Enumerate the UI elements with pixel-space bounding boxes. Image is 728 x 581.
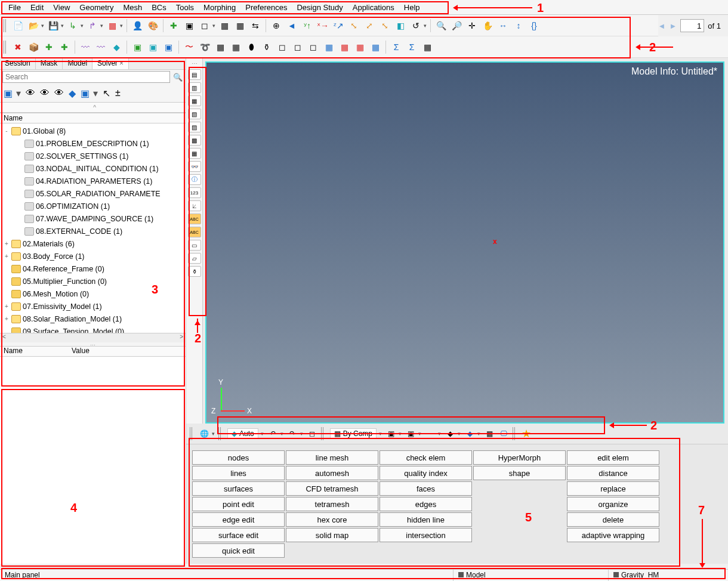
home-icon[interactable]: ⊕: [270, 19, 283, 32]
grid-a-icon[interactable]: ▦: [322, 41, 335, 54]
menu-preferences[interactable]: Preferences: [240, 1, 292, 14]
vt-sheet[interactable]: ▱: [188, 253, 201, 264]
panel-organize[interactable]: organize: [567, 497, 659, 511]
vt-4[interactable]: ▧: [188, 109, 201, 119]
vt-1[interactable]: ▤: [188, 69, 201, 80]
menu-edit[interactable]: Edit: [26, 1, 48, 14]
search-icon[interactable]: 🔍: [172, 73, 183, 82]
spiral-icon[interactable]: ➰: [198, 41, 211, 54]
status-model[interactable]: Model: [454, 570, 609, 581]
tree-node[interactable]: +02.Materials (6): [0, 237, 186, 250]
filter1-icon[interactable]: ▣: [4, 88, 13, 99]
add2-icon[interactable]: ✚: [42, 41, 55, 54]
status-right[interactable]: Gravity_HM: [609, 570, 728, 581]
panel-adaptive-wrapping[interactable]: adaptive wrapping: [567, 528, 659, 542]
panel-check-elem[interactable]: check elem: [380, 450, 472, 465]
wcube3-icon[interactable]: ◻: [307, 41, 320, 54]
panel-distance[interactable]: distance: [567, 466, 659, 480]
panel-quick-edit[interactable]: quick edit: [192, 543, 285, 558]
menu-tools[interactable]: Tools: [171, 1, 199, 14]
curve-icon[interactable]: 〰: [79, 41, 92, 54]
tree-node[interactable]: 04.Reference_Frame (0): [0, 262, 186, 275]
panel-faces[interactable]: faces: [380, 481, 472, 496]
calc-icon[interactable]: ▦: [421, 41, 434, 54]
page-input[interactable]: [680, 19, 704, 32]
cubeB-icon[interactable]: ▣: [81, 88, 90, 99]
face-icon[interactable]: ◆: [110, 41, 123, 54]
tree-node[interactable]: +07.Emissivity_Model (1): [0, 300, 186, 313]
menu-bcs[interactable]: BCs: [147, 1, 171, 14]
tab-model[interactable]: Model: [63, 58, 92, 69]
bycomp-select[interactable]: ▦By Comp: [330, 428, 377, 439]
layer-icon[interactable]: ◆: [445, 428, 455, 439]
auto-select[interactable]: ◆Auto: [227, 428, 258, 439]
vt-info[interactable]: ⓘ: [188, 174, 201, 185]
panel-automesh[interactable]: automesh: [286, 466, 378, 480]
arrows-h-icon[interactable]: ↔: [496, 19, 510, 32]
viewport[interactable]: Model Info: Untitled* Y X Z: [205, 61, 724, 424]
tree-node[interactable]: 09.Surface_Tension_Model (0): [0, 325, 186, 333]
pan-icon[interactable]: ✋: [481, 19, 494, 32]
wire-icon[interactable]: ▣: [385, 428, 396, 439]
iso-xy-icon[interactable]: ⤡: [347, 19, 360, 32]
sigma2-icon[interactable]: Σ: [405, 41, 418, 54]
frame-icon[interactable]: ◻: [198, 19, 211, 32]
iso-icon[interactable]: ◧: [394, 19, 407, 32]
grid-icon[interactable]: ▦: [484, 428, 495, 439]
vt-5[interactable]: ▨: [188, 122, 201, 132]
tree-node[interactable]: 08.EXTERNAL_CODE (1): [0, 225, 186, 237]
vt-7[interactable]: ▦: [188, 148, 201, 159]
axis-x-icon[interactable]: ˣ→: [316, 19, 329, 32]
vt-angle[interactable]: ⟀: [188, 200, 201, 211]
panel-intersection[interactable]: intersection: [380, 528, 472, 542]
vt-mass[interactable]: ⚱: [188, 266, 201, 277]
wcube1-icon[interactable]: ◻: [276, 41, 289, 54]
eye2-icon[interactable]: 👁: [40, 88, 50, 98]
fit-icon[interactable]: ✛: [465, 19, 479, 32]
panel-shape[interactable]: shape: [473, 466, 566, 480]
tree-node[interactable]: 05.SOLAR_RADIATION_PARAMETE: [0, 187, 186, 200]
menu-help[interactable]: Help: [399, 1, 425, 14]
eye3-icon[interactable]: 👁: [54, 88, 64, 98]
wave-icon[interactable]: 〜: [183, 41, 196, 54]
panel-cfd-tetramesh[interactable]: CFD tetramesh: [286, 481, 378, 496]
edge-icon[interactable]: —: [425, 428, 436, 439]
tree-node[interactable]: 02.SOLVER_SETTINGS (1): [0, 150, 186, 162]
persp-icon[interactable]: ◻: [307, 428, 317, 439]
nav-left-icon[interactable]: ◄: [285, 19, 298, 32]
vt-label1[interactable]: ABC: [188, 214, 201, 224]
plus-minus-icon[interactable]: ±: [115, 88, 121, 98]
shade-icon[interactable]: ▣: [405, 428, 416, 439]
iso-xz-icon[interactable]: ⤡: [378, 19, 391, 32]
panel-edit-elem[interactable]: edit elem: [567, 450, 659, 465]
tree-node[interactable]: 07.WAVE_DAMPING_SOURCE (1): [0, 212, 186, 225]
sigma1-icon[interactable]: Σ: [390, 41, 403, 54]
tree-node[interactable]: 06.OPTIMIZATION (1): [0, 200, 186, 212]
swap-icon[interactable]: ⇆: [249, 19, 262, 32]
menu-applications[interactable]: Applications: [348, 1, 399, 14]
vt-6[interactable]: ▩: [188, 135, 201, 146]
panel-solid-map[interactable]: solid map: [286, 528, 378, 542]
braces-icon[interactable]: {}: [528, 19, 541, 32]
panel-delete[interactable]: delete: [567, 512, 659, 527]
tree-node[interactable]: +08.Solar_Radiation_Model (1): [0, 313, 186, 325]
panel-nodes[interactable]: nodes: [192, 450, 285, 465]
axis-z-icon[interactable]: ᶻ↗: [332, 19, 345, 32]
cube2-icon[interactable]: ▣: [146, 41, 159, 54]
grid-c-icon[interactable]: ▦: [353, 41, 366, 54]
reverse-icon[interactable]: ↺: [409, 19, 422, 32]
panel-edges[interactable]: edges: [380, 497, 472, 511]
menu-morphing[interactable]: Morphing: [199, 1, 240, 14]
palette-icon[interactable]: 🎨: [146, 19, 159, 32]
panel-lines[interactable]: lines: [192, 466, 285, 480]
new-icon[interactable]: 📄: [11, 19, 24, 32]
tab-mask[interactable]: Mask: [36, 58, 63, 69]
tree-node[interactable]: 04.RADIATION_PARAMETERS (1): [0, 175, 186, 187]
menu-view[interactable]: View: [48, 1, 75, 14]
grid2-icon[interactable]: ▦: [218, 19, 231, 32]
panel-tetramesh[interactable]: tetramesh: [286, 497, 378, 511]
undo-view-icon[interactable]: ↶: [267, 428, 278, 439]
import-icon[interactable]: ↳: [66, 19, 79, 32]
vt-3[interactable]: ▦: [188, 95, 201, 106]
curve2-icon[interactable]: 〰: [94, 41, 107, 54]
